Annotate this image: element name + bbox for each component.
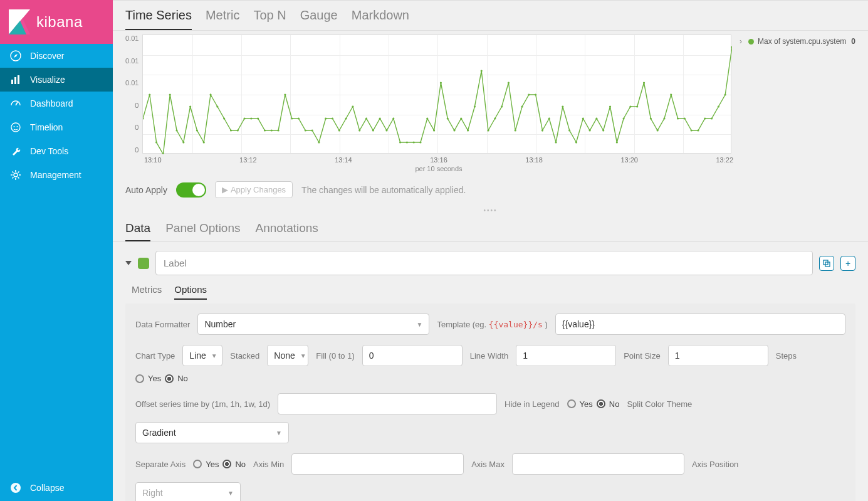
sidebar-item-devtools[interactable]: Dev Tools [0, 139, 113, 163]
svg-point-93 [623, 117, 625, 119]
svg-point-51 [338, 129, 340, 131]
svg-point-71 [474, 105, 476, 107]
svg-point-80 [535, 93, 536, 95]
bar-chart-icon [10, 74, 21, 85]
subtab-options[interactable]: Options [174, 284, 207, 300]
gear-icon [10, 169, 21, 181]
svg-point-88 [589, 129, 591, 131]
logo[interactable]: kibana [0, 0, 113, 44]
svg-point-52 [345, 117, 347, 119]
label-steps: Steps [776, 351, 797, 361]
chevron-left-circle-icon [10, 482, 21, 493]
svg-point-68 [454, 129, 456, 131]
svg-point-99 [664, 117, 666, 119]
svg-point-61 [406, 141, 408, 143]
svg-point-79 [528, 93, 530, 95]
radio-separate-axis-yes[interactable] [193, 460, 202, 468]
svg-point-96 [643, 82, 645, 83]
input-line-width[interactable] [516, 345, 616, 366]
svg-point-77 [515, 129, 516, 131]
select-split-color[interactable]: Gradient▼ [135, 422, 289, 443]
label-data-formatter: Data Formatter [135, 320, 190, 329]
svg-point-97 [650, 117, 652, 119]
svg-point-44 [291, 117, 293, 119]
series-label-input[interactable] [155, 251, 813, 275]
collapse-button[interactable]: Collapse [0, 475, 113, 501]
select-axis-position[interactable]: Right▼ [135, 482, 241, 501]
label-template: Template (eg. {{value}}/s ) [437, 320, 547, 329]
svg-point-75 [501, 105, 503, 107]
radio-separate-axis-no[interactable] [222, 460, 231, 468]
sidebar-item-visualize[interactable]: Visualize [0, 68, 113, 92]
sidebar-item-label: Visualize [30, 75, 65, 85]
select-stacked[interactable]: None▼ [267, 345, 308, 366]
chevron-right-icon: › [740, 37, 742, 46]
label-point-size: Point Size [624, 351, 661, 361]
tab-markdown[interactable]: Markdown [352, 8, 409, 30]
input-axis-min[interactable] [291, 453, 464, 475]
apply-changes-button[interactable]: ▶ Apply Changes [215, 181, 293, 198]
svg-point-102 [684, 117, 686, 119]
input-axis-max[interactable] [512, 453, 684, 475]
clone-series-button[interactable] [819, 256, 834, 271]
input-fill[interactable] [362, 345, 463, 366]
svg-point-29 [189, 105, 191, 107]
legend-value: 0 [851, 37, 855, 46]
tab-annotations[interactable]: Annotations [256, 221, 318, 241]
tab-data[interactable]: Data [125, 221, 150, 241]
radio-steps-no[interactable] [165, 374, 174, 383]
select-chart-type[interactable]: Line▼ [182, 345, 222, 366]
tab-gauge[interactable]: Gauge [300, 8, 338, 30]
input-offset[interactable] [278, 393, 497, 414]
sidebar-item-dashboard[interactable]: Dashboard [0, 92, 113, 115]
svg-point-41 [271, 129, 273, 131]
series-color-picker[interactable] [138, 258, 149, 269]
sidebar-item-label: Timelion [30, 122, 63, 132]
svg-point-42 [278, 129, 280, 131]
input-template[interactable] [555, 314, 845, 335]
sidebar-item-label: Discover [30, 51, 64, 61]
tab-time-series[interactable]: Time Series [125, 8, 192, 30]
collapse-series-icon[interactable] [125, 261, 132, 265]
svg-point-82 [548, 117, 550, 119]
add-series-button[interactable]: + [840, 256, 855, 271]
svg-point-40 [264, 129, 266, 131]
sidebar-item-label: Dev Tools [30, 146, 68, 156]
svg-point-98 [657, 129, 659, 131]
tab-top-n[interactable]: Top N [253, 8, 286, 30]
auto-apply-label: Auto Apply [125, 185, 167, 195]
label-split-color: Split Color Theme [627, 399, 692, 409]
tab-panel-options[interactable]: Panel Options [165, 221, 240, 241]
auto-apply-toggle[interactable] [176, 182, 206, 198]
svg-point-22 [143, 117, 144, 119]
input-point-size[interactable] [668, 345, 768, 366]
svg-point-10 [14, 126, 15, 127]
radio-hide-legend-no[interactable] [597, 399, 605, 408]
sidebar-item-discover[interactable]: Discover [0, 44, 113, 68]
radio-separate-axis: Yes No [193, 460, 246, 469]
chevron-down-icon: ▼ [211, 352, 217, 359]
svg-point-9 [11, 123, 20, 132]
svg-point-36 [237, 129, 239, 131]
svg-rect-7 [18, 75, 19, 84]
radio-steps-yes[interactable] [135, 374, 144, 383]
x-axis: 13:10 13:12 13:14 13:16 13:18 13:20 13:2… [144, 154, 733, 164]
tab-metric[interactable]: Metric [206, 8, 239, 30]
sidebar-item-timelion[interactable]: Timelion [0, 115, 113, 139]
label-hide-legend: Hide in Legend [505, 399, 559, 409]
legend-item[interactable]: › Max of system.cpu.system 0 [740, 37, 855, 46]
select-data-formatter[interactable]: Number▼ [197, 314, 429, 335]
resize-handle[interactable]: •••• [113, 207, 868, 214]
label-chart-type: Chart Type [135, 351, 175, 361]
radio-hide-legend-yes[interactable] [567, 399, 576, 408]
line-plot[interactable] [142, 34, 731, 154]
svg-point-105 [704, 117, 706, 119]
subtab-metrics[interactable]: Metrics [132, 284, 162, 300]
svg-point-26 [169, 93, 171, 95]
svg-point-37 [244, 117, 246, 119]
sidebar-item-management[interactable]: Management [0, 163, 113, 187]
svg-point-33 [217, 105, 219, 107]
svg-point-81 [541, 129, 543, 131]
kibana-logo-icon [9, 9, 30, 34]
svg-point-54 [359, 129, 361, 131]
